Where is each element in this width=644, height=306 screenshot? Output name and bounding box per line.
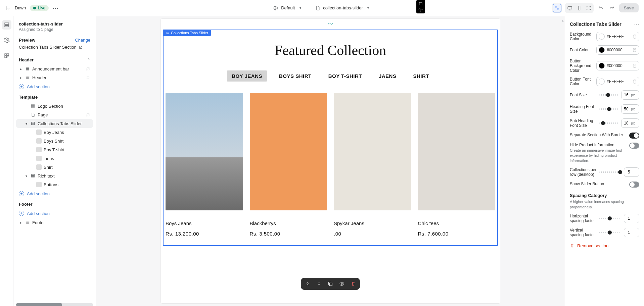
heading-size-slider[interactable] bbox=[599, 108, 618, 110]
font-size-slider[interactable] bbox=[599, 94, 618, 96]
sub-heading-size-slider[interactable] bbox=[599, 122, 618, 124]
v-spacing-slider[interactable] bbox=[599, 232, 621, 233]
change-link[interactable]: Change bbox=[75, 38, 90, 43]
hide-icon[interactable] bbox=[86, 75, 90, 80]
svg-rect-6 bbox=[5, 24, 9, 25]
template-section-label: Template bbox=[19, 95, 38, 100]
tree-row[interactable]: ▾Collections Tabs Slider bbox=[16, 119, 93, 128]
sidebar-scrollbar[interactable] bbox=[16, 303, 93, 306]
tree-row[interactable]: ▸Logo Section bbox=[16, 102, 93, 110]
preview-heading: Preview bbox=[19, 38, 35, 43]
btn-bg-input[interactable]: #000000 bbox=[596, 61, 639, 70]
remove-section-button[interactable]: Remove section bbox=[570, 243, 639, 248]
tab[interactable]: BOY T-SHIRT bbox=[324, 70, 367, 82]
h-spacing-input[interactable] bbox=[624, 214, 639, 223]
product-price: .00 bbox=[334, 231, 411, 237]
duplicate-button[interactable] bbox=[327, 280, 334, 287]
external-link-icon[interactable] bbox=[79, 45, 83, 49]
sub-heading-size-input[interactable]: px bbox=[621, 118, 639, 128]
move-down-button[interactable] bbox=[316, 280, 322, 287]
panel-kebab-icon[interactable]: ⋯ bbox=[634, 21, 639, 27]
hide-button[interactable] bbox=[338, 280, 345, 287]
product-card[interactable]: Spykar Jeans.00 bbox=[334, 93, 411, 237]
spacing-sub: A higher value increases spacing proport… bbox=[570, 199, 639, 210]
tree-row[interactable]: ▸Page bbox=[16, 110, 93, 119]
tabs-row: BOY JEANSBOYS SHIRTBOY T-SHIRTJAENSSHIRT bbox=[164, 70, 497, 82]
left-rail bbox=[0, 16, 13, 306]
tab[interactable]: BOYS SHIRT bbox=[274, 70, 316, 82]
svg-point-4 bbox=[420, 9, 421, 10]
undo-button[interactable] bbox=[596, 4, 605, 12]
tree-row[interactable]: ▾Rich text bbox=[16, 171, 93, 180]
hide-info-toggle[interactable] bbox=[629, 143, 639, 149]
product-card[interactable]: BlackberrysRs. 3,500.00 bbox=[250, 93, 327, 237]
tab[interactable]: JAENS bbox=[374, 70, 401, 82]
product-card[interactable]: Chic teesRs. 7,600.00 bbox=[418, 93, 496, 237]
tree-row[interactable]: ▸Footer bbox=[16, 218, 93, 227]
hide-icon[interactable] bbox=[86, 66, 90, 71]
h-spacing-slider[interactable] bbox=[599, 218, 621, 219]
svg-rect-22 bbox=[31, 123, 34, 124]
tree-row[interactable]: ▸Boys Shirt bbox=[16, 137, 93, 145]
heading-size-input[interactable]: px bbox=[621, 104, 639, 114]
add-section-footer[interactable]: +Add section bbox=[13, 209, 96, 218]
svg-rect-25 bbox=[31, 175, 34, 176]
tree-row[interactable]: ▸jaens bbox=[16, 154, 93, 163]
svg-rect-12 bbox=[26, 67, 29, 68]
panel-right: Collections Tabs Slider ⋯ Background Col… bbox=[565, 16, 644, 306]
redo-button[interactable] bbox=[608, 4, 616, 12]
template-dropdown[interactable]: collection-tabs-slider bbox=[312, 4, 374, 12]
rail-apps-button[interactable] bbox=[2, 51, 11, 60]
svg-rect-18 bbox=[31, 105, 34, 105]
dynamic-source-icon[interactable] bbox=[632, 34, 637, 39]
doc-icon bbox=[315, 5, 320, 11]
v-spacing-input[interactable] bbox=[624, 228, 639, 237]
canvas-wrap: ▴ Collections Tabs Slider Featured Colle… bbox=[96, 16, 565, 306]
dynamic-source-icon[interactable] bbox=[632, 63, 637, 68]
tree-row[interactable]: ▸Shirt bbox=[16, 163, 93, 171]
rail-sections-button[interactable] bbox=[2, 20, 11, 30]
btn-font-input[interactable]: #FFFFFF bbox=[596, 77, 639, 86]
products-row: Boys JeansRs. 13,200.00BlackberrysRs. 3,… bbox=[164, 93, 497, 237]
topbar: Dawn Live ⋯ Default collection-tabs-slid… bbox=[0, 0, 644, 16]
selected-section[interactable]: Collections Tabs Slider Featured Collect… bbox=[163, 30, 498, 246]
collapse-icon[interactable]: ⌃ bbox=[87, 58, 90, 62]
font-color-input[interactable]: #000000 bbox=[596, 45, 639, 55]
rail-settings-button[interactable] bbox=[2, 36, 11, 45]
save-button[interactable]: Save bbox=[619, 3, 639, 12]
tree-row[interactable]: ▸Announcement bar bbox=[16, 64, 93, 73]
exit-icon[interactable] bbox=[5, 5, 11, 11]
floating-widget[interactable] bbox=[416, 0, 425, 13]
canvas[interactable]: Collections Tabs Slider Featured Collect… bbox=[161, 19, 500, 303]
product-image bbox=[418, 93, 496, 210]
tab[interactable]: BOY JEANS bbox=[227, 70, 267, 82]
add-section-template[interactable]: +Add section bbox=[13, 189, 96, 198]
dynamic-source-icon[interactable] bbox=[632, 79, 637, 84]
move-up-button[interactable] bbox=[304, 280, 311, 287]
show-slider-toggle[interactable] bbox=[629, 182, 639, 188]
kebab-icon[interactable]: ⋯ bbox=[53, 5, 58, 11]
tree-row[interactable]: ▸Header bbox=[16, 73, 93, 82]
hide-icon[interactable] bbox=[86, 112, 90, 117]
product-card[interactable]: Boys JeansRs. 13,200.00 bbox=[166, 93, 243, 237]
per-row-input[interactable] bbox=[624, 167, 639, 177]
inspector-toggle[interactable] bbox=[553, 4, 561, 12]
desktop-view-button[interactable] bbox=[565, 4, 574, 12]
tab[interactable]: SHIRT bbox=[408, 70, 434, 82]
preview-value: Collection Tabs Slider Section bbox=[19, 45, 77, 50]
svg-rect-9 bbox=[5, 54, 6, 55]
fullscreen-view-button[interactable] bbox=[584, 4, 593, 12]
locale-dropdown[interactable]: Default bbox=[270, 4, 306, 12]
delete-button[interactable] bbox=[350, 280, 357, 287]
tree-row[interactable]: ▸Buttons bbox=[16, 180, 93, 189]
panel-title: Collections Tabs Slider bbox=[570, 21, 622, 27]
tree-row[interactable]: ▸Boy T-shirt bbox=[16, 145, 93, 154]
mobile-view-button[interactable] bbox=[575, 4, 584, 12]
bg-color-input[interactable]: #FFFFFF bbox=[596, 32, 639, 41]
dynamic-source-icon[interactable] bbox=[632, 48, 637, 52]
add-section-header[interactable]: +Add section bbox=[13, 82, 96, 91]
per-row-slider[interactable] bbox=[599, 171, 621, 173]
font-size-input[interactable]: px bbox=[621, 90, 639, 100]
tree-row[interactable]: ▸Boy Jeans bbox=[16, 128, 93, 137]
separate-border-toggle[interactable] bbox=[629, 133, 639, 139]
